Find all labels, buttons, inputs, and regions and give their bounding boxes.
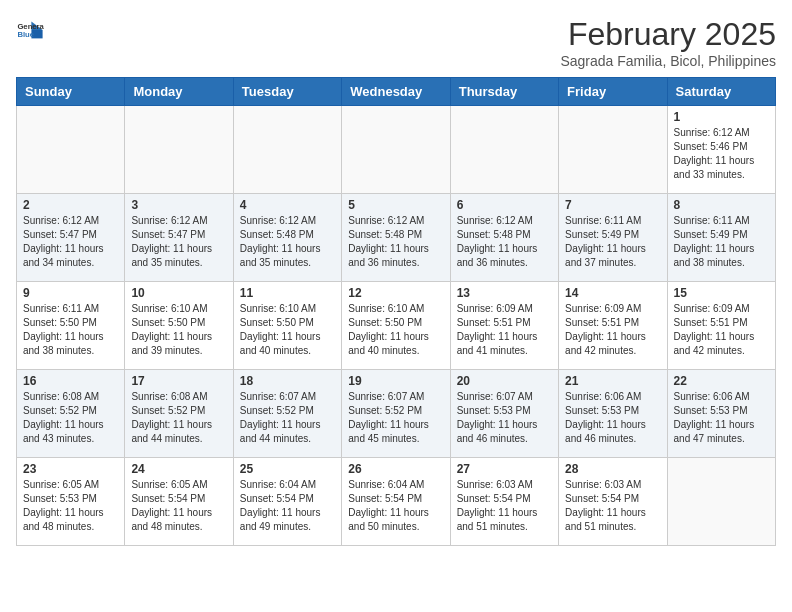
calendar-week-row: 23Sunrise: 6:05 AM Sunset: 5:53 PM Dayli…	[17, 458, 776, 546]
day-number: 23	[23, 462, 118, 476]
calendar-week-row: 16Sunrise: 6:08 AM Sunset: 5:52 PM Dayli…	[17, 370, 776, 458]
calendar-week-row: 9Sunrise: 6:11 AM Sunset: 5:50 PM Daylig…	[17, 282, 776, 370]
day-info: Sunrise: 6:11 AM Sunset: 5:49 PM Dayligh…	[565, 214, 660, 270]
day-number: 19	[348, 374, 443, 388]
calendar-cell	[667, 458, 775, 546]
day-info: Sunrise: 6:12 AM Sunset: 5:47 PM Dayligh…	[131, 214, 226, 270]
calendar-cell: 13Sunrise: 6:09 AM Sunset: 5:51 PM Dayli…	[450, 282, 558, 370]
day-info: Sunrise: 6:12 AM Sunset: 5:48 PM Dayligh…	[240, 214, 335, 270]
logo-icon: General Blue	[16, 16, 44, 44]
day-number: 28	[565, 462, 660, 476]
calendar-header-row: SundayMondayTuesdayWednesdayThursdayFrid…	[17, 78, 776, 106]
day-number: 17	[131, 374, 226, 388]
calendar-cell: 28Sunrise: 6:03 AM Sunset: 5:54 PM Dayli…	[559, 458, 667, 546]
col-header-thursday: Thursday	[450, 78, 558, 106]
day-info: Sunrise: 6:03 AM Sunset: 5:54 PM Dayligh…	[565, 478, 660, 534]
day-info: Sunrise: 6:03 AM Sunset: 5:54 PM Dayligh…	[457, 478, 552, 534]
day-number: 24	[131, 462, 226, 476]
calendar-cell: 12Sunrise: 6:10 AM Sunset: 5:50 PM Dayli…	[342, 282, 450, 370]
col-header-friday: Friday	[559, 78, 667, 106]
day-number: 22	[674, 374, 769, 388]
day-number: 2	[23, 198, 118, 212]
calendar-cell: 25Sunrise: 6:04 AM Sunset: 5:54 PM Dayli…	[233, 458, 341, 546]
calendar-cell: 23Sunrise: 6:05 AM Sunset: 5:53 PM Dayli…	[17, 458, 125, 546]
day-number: 14	[565, 286, 660, 300]
calendar-cell: 20Sunrise: 6:07 AM Sunset: 5:53 PM Dayli…	[450, 370, 558, 458]
calendar-cell: 1Sunrise: 6:12 AM Sunset: 5:46 PM Daylig…	[667, 106, 775, 194]
day-info: Sunrise: 6:10 AM Sunset: 5:50 PM Dayligh…	[240, 302, 335, 358]
day-number: 21	[565, 374, 660, 388]
day-info: Sunrise: 6:11 AM Sunset: 5:50 PM Dayligh…	[23, 302, 118, 358]
calendar-cell: 16Sunrise: 6:08 AM Sunset: 5:52 PM Dayli…	[17, 370, 125, 458]
day-number: 3	[131, 198, 226, 212]
day-number: 26	[348, 462, 443, 476]
calendar-cell: 10Sunrise: 6:10 AM Sunset: 5:50 PM Dayli…	[125, 282, 233, 370]
day-number: 18	[240, 374, 335, 388]
day-number: 8	[674, 198, 769, 212]
day-info: Sunrise: 6:09 AM Sunset: 5:51 PM Dayligh…	[457, 302, 552, 358]
day-info: Sunrise: 6:07 AM Sunset: 5:53 PM Dayligh…	[457, 390, 552, 446]
calendar-cell: 8Sunrise: 6:11 AM Sunset: 5:49 PM Daylig…	[667, 194, 775, 282]
calendar-cell: 27Sunrise: 6:03 AM Sunset: 5:54 PM Dayli…	[450, 458, 558, 546]
day-info: Sunrise: 6:08 AM Sunset: 5:52 PM Dayligh…	[23, 390, 118, 446]
day-info: Sunrise: 6:12 AM Sunset: 5:47 PM Dayligh…	[23, 214, 118, 270]
calendar-cell	[342, 106, 450, 194]
day-info: Sunrise: 6:05 AM Sunset: 5:53 PM Dayligh…	[23, 478, 118, 534]
calendar-cell	[559, 106, 667, 194]
day-number: 5	[348, 198, 443, 212]
calendar-week-row: 1Sunrise: 6:12 AM Sunset: 5:46 PM Daylig…	[17, 106, 776, 194]
calendar-cell: 11Sunrise: 6:10 AM Sunset: 5:50 PM Dayli…	[233, 282, 341, 370]
calendar-cell: 17Sunrise: 6:08 AM Sunset: 5:52 PM Dayli…	[125, 370, 233, 458]
title-block: February 2025 Sagrada Familia, Bicol, Ph…	[560, 16, 776, 69]
calendar-cell: 5Sunrise: 6:12 AM Sunset: 5:48 PM Daylig…	[342, 194, 450, 282]
calendar-cell	[17, 106, 125, 194]
day-info: Sunrise: 6:08 AM Sunset: 5:52 PM Dayligh…	[131, 390, 226, 446]
day-info: Sunrise: 6:11 AM Sunset: 5:49 PM Dayligh…	[674, 214, 769, 270]
day-number: 27	[457, 462, 552, 476]
calendar-table: SundayMondayTuesdayWednesdayThursdayFrid…	[16, 77, 776, 546]
calendar-cell: 2Sunrise: 6:12 AM Sunset: 5:47 PM Daylig…	[17, 194, 125, 282]
day-number: 16	[23, 374, 118, 388]
day-number: 7	[565, 198, 660, 212]
calendar-cell: 18Sunrise: 6:07 AM Sunset: 5:52 PM Dayli…	[233, 370, 341, 458]
location: Sagrada Familia, Bicol, Philippines	[560, 53, 776, 69]
day-number: 4	[240, 198, 335, 212]
col-header-monday: Monday	[125, 78, 233, 106]
calendar-week-row: 2Sunrise: 6:12 AM Sunset: 5:47 PM Daylig…	[17, 194, 776, 282]
day-info: Sunrise: 6:06 AM Sunset: 5:53 PM Dayligh…	[674, 390, 769, 446]
col-header-wednesday: Wednesday	[342, 78, 450, 106]
col-header-sunday: Sunday	[17, 78, 125, 106]
day-number: 25	[240, 462, 335, 476]
calendar-cell: 14Sunrise: 6:09 AM Sunset: 5:51 PM Dayli…	[559, 282, 667, 370]
calendar-cell	[450, 106, 558, 194]
day-info: Sunrise: 6:05 AM Sunset: 5:54 PM Dayligh…	[131, 478, 226, 534]
day-number: 11	[240, 286, 335, 300]
svg-text:Blue: Blue	[17, 30, 34, 39]
calendar-cell: 21Sunrise: 6:06 AM Sunset: 5:53 PM Dayli…	[559, 370, 667, 458]
day-info: Sunrise: 6:10 AM Sunset: 5:50 PM Dayligh…	[348, 302, 443, 358]
calendar-cell: 9Sunrise: 6:11 AM Sunset: 5:50 PM Daylig…	[17, 282, 125, 370]
day-number: 15	[674, 286, 769, 300]
day-number: 6	[457, 198, 552, 212]
page-header: General Blue February 2025 Sagrada Famil…	[16, 16, 776, 69]
day-number: 12	[348, 286, 443, 300]
day-number: 9	[23, 286, 118, 300]
day-info: Sunrise: 6:10 AM Sunset: 5:50 PM Dayligh…	[131, 302, 226, 358]
calendar-cell: 4Sunrise: 6:12 AM Sunset: 5:48 PM Daylig…	[233, 194, 341, 282]
calendar-cell: 15Sunrise: 6:09 AM Sunset: 5:51 PM Dayli…	[667, 282, 775, 370]
day-info: Sunrise: 6:09 AM Sunset: 5:51 PM Dayligh…	[565, 302, 660, 358]
calendar-cell: 22Sunrise: 6:06 AM Sunset: 5:53 PM Dayli…	[667, 370, 775, 458]
calendar-cell: 3Sunrise: 6:12 AM Sunset: 5:47 PM Daylig…	[125, 194, 233, 282]
day-info: Sunrise: 6:07 AM Sunset: 5:52 PM Dayligh…	[240, 390, 335, 446]
calendar-cell: 6Sunrise: 6:12 AM Sunset: 5:48 PM Daylig…	[450, 194, 558, 282]
day-info: Sunrise: 6:07 AM Sunset: 5:52 PM Dayligh…	[348, 390, 443, 446]
calendar-cell: 24Sunrise: 6:05 AM Sunset: 5:54 PM Dayli…	[125, 458, 233, 546]
day-info: Sunrise: 6:12 AM Sunset: 5:48 PM Dayligh…	[457, 214, 552, 270]
day-number: 10	[131, 286, 226, 300]
calendar-cell: 26Sunrise: 6:04 AM Sunset: 5:54 PM Dayli…	[342, 458, 450, 546]
logo: General Blue	[16, 16, 44, 44]
day-info: Sunrise: 6:09 AM Sunset: 5:51 PM Dayligh…	[674, 302, 769, 358]
day-info: Sunrise: 6:06 AM Sunset: 5:53 PM Dayligh…	[565, 390, 660, 446]
day-info: Sunrise: 6:04 AM Sunset: 5:54 PM Dayligh…	[348, 478, 443, 534]
calendar-cell	[125, 106, 233, 194]
